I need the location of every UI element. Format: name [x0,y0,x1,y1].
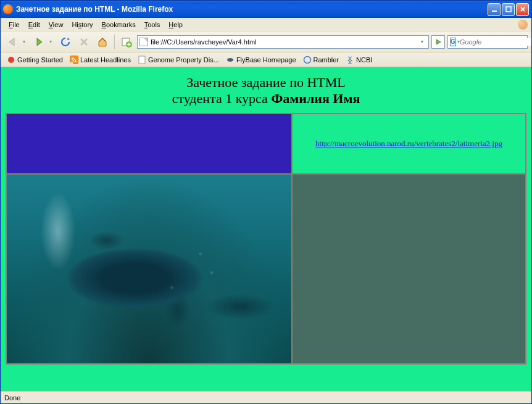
google-icon[interactable]: G [450,38,456,46]
bookmark-latest-headlines[interactable]: Latest Headlines [67,54,133,65]
rambler-icon [303,56,312,64]
menu-bookmarks[interactable]: Bookmarks [98,20,140,30]
navigation-toolbar: ▾ ▾ ▾ G ▾ [1,31,531,52]
cell-image [6,174,292,364]
back-button[interactable] [4,34,20,50]
bookmark-label: FlyBase Homepage [236,56,296,64]
svg-point-7 [227,58,233,62]
forward-button[interactable] [31,34,47,50]
cell-blue [6,113,292,174]
minimize-button[interactable] [488,3,501,16]
bookmark-getting-started[interactable]: Getting Started [4,54,65,65]
firefox-icon [3,4,13,14]
menu-help[interactable]: Help [164,20,187,30]
bookmark-label: Getting Started [17,56,63,64]
bookmark-flybase[interactable]: FlyBase Homepage [223,54,299,65]
home-button[interactable] [94,34,110,50]
bookmark-label: Genome Property Dis... [148,56,219,64]
throbber-icon [518,20,528,30]
fly-icon [226,56,235,64]
image-link[interactable]: http://macroevolution.narod.ru/vertebrat… [315,139,502,148]
forward-dropdown[interactable]: ▾ [49,39,55,44]
svg-point-8 [304,56,310,63]
address-bar[interactable]: ▾ [137,35,429,49]
window-title: Зачетное задание по HTML - Mozilla Firef… [16,5,173,14]
main-table: http://macroevolution.narod.ru/vertebrat… [6,113,526,365]
heading-line2-a: студента 1 курса [172,91,272,106]
go-button[interactable] [431,35,445,49]
page-icon [139,38,148,46]
titlebar[interactable]: Зачетное задание по HTML - Mozilla Firef… [1,1,531,18]
new-tab-button[interactable] [118,34,135,50]
bookmark-label: Latest Headlines [80,56,131,64]
heading-line1: Зачетное задание по HTML [186,75,345,90]
content-area: Зачетное задание по HTML студента 1 курс… [1,67,531,391]
rss-icon [70,56,78,64]
menu-edit[interactable]: Edit [24,20,44,30]
back-dropdown[interactable]: ▾ [23,39,28,44]
page-icon [138,56,146,64]
menu-history[interactable]: History [67,20,97,30]
star-icon [7,56,15,64]
svg-point-4 [8,57,14,63]
bookmark-genome[interactable]: Genome Property Dis... [135,54,222,65]
bookmark-label: NCBI [356,56,372,64]
bookmark-ncbi[interactable]: NCBI [343,54,375,65]
bookmark-label: Rambler [314,56,339,64]
bookmarks-toolbar: Getting Started Latest Headlines Genome … [1,52,531,67]
menu-view[interactable]: View [44,20,68,30]
menu-file[interactable]: File [4,20,24,30]
close-button[interactable] [516,3,529,16]
bookmark-rambler[interactable]: Rambler [301,54,342,65]
search-box[interactable]: G ▾ [447,35,528,49]
reload-button[interactable] [57,34,73,50]
page-heading: Зачетное задание по HTML студента 1 курс… [6,71,526,113]
url-input[interactable] [151,38,421,46]
menu-tools[interactable]: Tools [140,20,165,30]
svg-rect-1 [506,7,511,12]
status-text: Done [4,394,20,402]
page-body: Зачетное задание по HTML студента 1 курс… [1,67,531,368]
maximize-button[interactable] [502,3,515,16]
url-dropdown[interactable]: ▾ [421,39,426,44]
stop-button[interactable] [76,34,92,50]
fish-image [7,175,291,363]
menubar: File Edit View History Bookmarks Tools H… [1,18,531,31]
cell-dark [292,174,526,364]
status-bar: Done [1,391,531,403]
cell-link: http://macroevolution.narod.ru/vertebrat… [292,113,526,174]
ncbi-icon [346,56,354,64]
svg-rect-0 [492,10,497,12]
heading-line2-b: Фамилия Имя [271,91,360,106]
search-input[interactable] [460,38,532,46]
svg-rect-6 [139,56,145,64]
toolbar-separator [114,35,115,49]
